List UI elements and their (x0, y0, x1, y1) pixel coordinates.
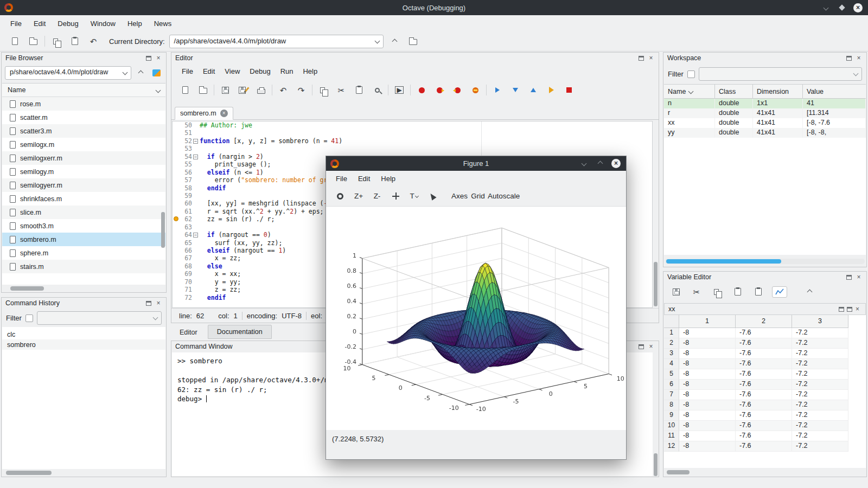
fold-margin[interactable] (193, 160, 199, 168)
grid-cell[interactable]: -7.6 (736, 400, 792, 410)
filter-checkbox[interactable] (25, 314, 33, 322)
close-panel-button[interactable]: × (646, 54, 656, 62)
file-item[interactable]: slice.m (2, 206, 165, 219)
file-item[interactable]: semilogx.m (2, 138, 165, 151)
grid-cell[interactable]: -7.6 (736, 410, 792, 421)
grid-cell[interactable]: -8 (679, 421, 736, 431)
browse-directory-button[interactable] (406, 34, 420, 48)
code-line[interactable]: 53 (173, 145, 652, 152)
scrollbar-thumb[interactable] (10, 286, 44, 291)
sync-directory-button[interactable] (150, 67, 163, 80)
grid-cell[interactable]: -8 (679, 400, 736, 410)
code-line[interactable]: 52−function [x, y, z] = sombrero (n = 41… (173, 137, 652, 145)
undo-button[interactable]: ↶ (86, 34, 100, 48)
grid-cell[interactable]: -7.2 (792, 431, 848, 441)
fold-margin[interactable]: − (193, 137, 199, 145)
fold-marker-icon[interactable]: − (193, 233, 198, 237)
breakpoint-margin[interactable] (173, 184, 179, 192)
grid-cell[interactable]: -7.2 (792, 400, 848, 410)
editor-menu-edit[interactable]: Edit (198, 66, 220, 77)
grid-cell[interactable]: -7.2 (792, 410, 848, 421)
variable-editor-grid[interactable]: 123 1-8-7.6-7.22-8-7.6-7.23-8-7.6-7.24-8… (664, 315, 866, 468)
column-header-value[interactable]: Value (803, 85, 866, 98)
undock-panel-button[interactable] (636, 343, 646, 351)
grid-cell[interactable]: -8 (679, 359, 736, 369)
axes-button[interactable]: Axes (451, 189, 468, 204)
breakpoint-margin[interactable] (173, 153, 179, 160)
file-item[interactable]: rose.m (2, 97, 165, 111)
fold-margin[interactable] (193, 270, 199, 278)
file-browser-path-combo[interactable]: p/share/octave/4.4.0/m/plot/draw (5, 66, 131, 80)
file-browser-vscrollbar[interactable] (161, 97, 165, 285)
fold-margin[interactable] (193, 254, 199, 262)
breakpoint-margin[interactable] (173, 294, 179, 301)
breakpoint-margin[interactable] (173, 215, 179, 223)
close-figure-button[interactable]: × (611, 159, 621, 168)
filter-checkbox[interactable] (687, 70, 695, 78)
fold-margin[interactable]: − (193, 231, 199, 239)
figure-menu-edit[interactable]: Edit (353, 172, 375, 185)
code-line[interactable]: 51 (173, 129, 652, 137)
menu-window[interactable]: Window (85, 17, 122, 30)
grid-row[interactable]: 9-8-7.6-7.2 (664, 410, 866, 421)
grid-cell[interactable]: -8 (679, 390, 736, 400)
editor-vscrollbar[interactable] (653, 156, 658, 306)
grid-cell[interactable]: -8 (679, 338, 736, 349)
editor-menu-view[interactable]: View (220, 66, 245, 77)
undock-panel-button[interactable] (144, 54, 154, 62)
pan-tool-button[interactable] (387, 189, 404, 204)
file-item[interactable]: scatter3.m (2, 124, 165, 138)
fold-marker-icon[interactable]: − (193, 155, 198, 159)
grid-cell[interactable]: -7.2 (792, 338, 848, 349)
grid-cell[interactable]: -7.6 (736, 328, 792, 338)
grid-row[interactable]: 5-8-7.6-7.2 (664, 369, 866, 380)
toggle-breakpoint-button[interactable] (414, 83, 429, 97)
redo-button[interactable]: ↷ (294, 83, 308, 97)
fold-margin[interactable] (193, 247, 199, 254)
grid-button[interactable]: Grid (469, 189, 487, 204)
grid-row[interactable]: 4-8-7.6-7.2 (664, 359, 866, 369)
grid-row[interactable]: 10-8-7.6-7.2 (664, 421, 866, 431)
breakpoint-margin[interactable] (173, 192, 179, 200)
previous-breakpoint-button[interactable] (450, 83, 464, 97)
save-as-button[interactable] (236, 83, 250, 97)
new-script-button[interactable] (178, 83, 192, 97)
close-panel-button[interactable]: × (154, 54, 163, 62)
file-browser-name-header[interactable]: Name (2, 83, 165, 97)
history-item[interactable]: clc (2, 329, 165, 339)
editor-menu-run[interactable]: Run (276, 66, 298, 77)
breakpoint-margin[interactable] (173, 270, 179, 278)
breakpoint-margin[interactable] (173, 137, 179, 145)
step-out-button[interactable] (526, 83, 540, 97)
editor-menu-file[interactable]: File (177, 66, 198, 77)
collapse-button[interactable] (805, 288, 814, 296)
step-button[interactable] (490, 83, 505, 97)
dock-variable-button[interactable] (837, 305, 845, 313)
next-breakpoint-button[interactable] (432, 83, 446, 97)
fold-marker-icon[interactable]: − (193, 139, 198, 144)
workspace-filter-combo[interactable] (699, 67, 862, 81)
grid-cell[interactable]: -8 (679, 369, 736, 380)
file-item[interactable]: sombrero.m (2, 233, 165, 246)
run-file-button[interactable]: ▶ (392, 83, 406, 97)
fold-margin[interactable] (193, 200, 199, 207)
workspace-row[interactable]: xxdouble41x41[-8, -7.6 (664, 118, 866, 128)
grid-cell[interactable]: -7.2 (792, 380, 848, 390)
breakpoint-margin[interactable] (173, 129, 179, 137)
close-variable-button[interactable]: × (853, 305, 861, 313)
file-item[interactable]: sphere.m (2, 246, 165, 260)
breakpoint-margin[interactable] (173, 239, 179, 247)
grid-cell[interactable]: -7.6 (736, 390, 792, 400)
breakpoint-margin[interactable] (173, 200, 179, 207)
fold-margin[interactable] (193, 278, 199, 286)
fold-margin[interactable] (193, 215, 199, 223)
close-window-button[interactable]: × (853, 3, 863, 12)
cut-button[interactable]: ✂ (334, 83, 348, 97)
zoom-in-button[interactable]: Z+ (350, 189, 367, 204)
fold-margin[interactable] (193, 169, 199, 176)
command-window-vscrollbar[interactable] (653, 353, 658, 476)
copy-button[interactable] (49, 34, 63, 48)
menu-file[interactable]: File (4, 17, 28, 30)
grid-row[interactable]: 2-8-7.6-7.2 (664, 338, 866, 349)
grid-cell[interactable]: -7.6 (736, 349, 792, 359)
